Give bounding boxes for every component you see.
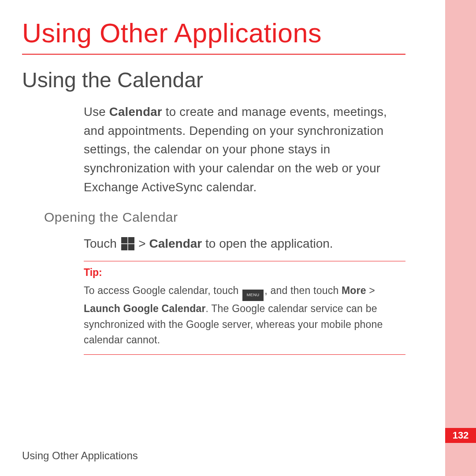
text: To access Google calendar, touch [84,285,242,296]
text: Touch [84,237,120,250]
text: to open the application. [202,237,333,250]
intro-paragraph: Use Calendar to create and manage events… [84,103,405,197]
page-number: 132 [445,428,476,443]
page-content: Using Other Applications Using the Calen… [0,0,445,355]
tip-box: Tip: To access Google calendar, touch ME… [84,261,405,355]
menu-key-icon: MENU [242,290,264,301]
subsection-title: Opening the Calendar [44,210,405,225]
tip-label: Tip: [84,267,405,279]
apps-grid-icon [121,237,134,250]
tip-text: To access Google calendar, touch MENU, a… [84,283,405,348]
text: > [366,285,375,296]
text: > [135,237,149,250]
bold-text: More [342,285,366,296]
chapter-title: Using Other Applications [22,18,405,55]
footer-chapter-name: Using Other Applications [22,450,138,462]
bold-text: Launch Google Calendar [84,303,206,314]
bold-text: Calendar [149,237,202,250]
text: Use [84,105,109,119]
section-title: Using the Calendar [22,68,405,92]
bold-text: Calendar [109,105,162,119]
text: , and then touch [264,285,342,296]
open-instruction: Touch > Calendar to open the application… [84,234,405,253]
side-color-stripe [445,0,476,476]
